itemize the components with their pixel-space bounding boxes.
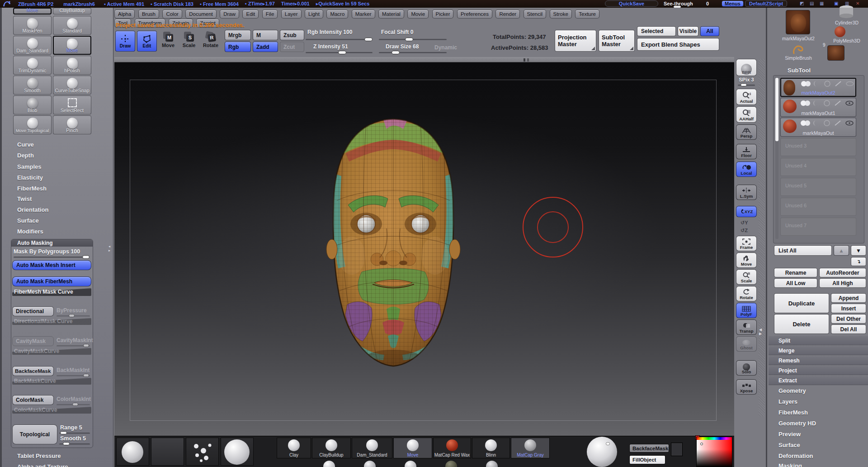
menus-button[interactable]: Menus — [722, 0, 744, 7]
rgb-button[interactable]: Rgb — [225, 42, 251, 52]
brush-cell-hpolish[interactable]: hPolish — [53, 56, 91, 75]
all-high-button[interactable]: All High — [819, 278, 866, 288]
del-other-button[interactable]: Del Other — [831, 314, 866, 324]
menu-stroke[interactable]: Stroke — [550, 10, 572, 19]
smooth-handle[interactable] — [63, 442, 70, 445]
del-all-button[interactable]: Del All — [831, 324, 866, 334]
menu-preferences[interactable]: Preferences — [457, 10, 492, 19]
list-all-button[interactable]: List All — [774, 245, 832, 256]
xyz-button[interactable]: XYZ — [736, 206, 757, 217]
quick-item-matcap-red-wax[interactable]: MatCap Red Wax — [433, 438, 471, 458]
cavity-mask-int-label[interactable]: CavityMaskInt — [57, 337, 93, 343]
brush-cell-move-top[interactable]: Move — [13, 8, 52, 14]
subtool-master-button[interactable]: SubTool Master — [599, 30, 635, 52]
brush-cell-blob[interactable]: Blob — [13, 95, 52, 114]
bpr-button[interactable]: BPR — [736, 59, 757, 76]
section-fibermesh[interactable]: FiberMesh — [778, 409, 808, 416]
menu-edit[interactable]: Edit — [242, 10, 259, 19]
current-material-sphere[interactable] — [587, 437, 617, 467]
canvas[interactable] — [114, 62, 734, 436]
actual-button[interactable]: x1Actual — [736, 89, 757, 105]
section-surface[interactable]: Surface — [778, 442, 800, 448]
brush-cell-claybuildup-top[interactable]: ClayBuildup — [53, 8, 91, 14]
brush-cell-dam-standard[interactable]: Dam_Standard — [13, 36, 52, 55]
insert-button[interactable]: Insert — [831, 304, 866, 313]
menu-layer[interactable]: Layer — [281, 10, 302, 19]
subtool-item-icons[interactable] — [799, 81, 854, 87]
zadd-button[interactable]: Zadd — [253, 42, 278, 52]
lsym-button[interactable]: L.Sym — [736, 185, 757, 200]
quick-item-matcap-gray[interactable]: MatCap Gray — [511, 438, 550, 458]
mask-by-polygroups-track[interactable] — [14, 257, 90, 258]
stroke-thumbnail[interactable] — [151, 438, 184, 466]
panel-icon[interactable]: ▤ — [810, 1, 814, 6]
rotate-z-icon[interactable]: ↺Z — [741, 228, 748, 234]
sidebar-section-samples[interactable]: Samples — [17, 163, 41, 170]
draw-mode-button[interactable]: Draw — [115, 31, 135, 52]
menu-render[interactable]: Render — [495, 10, 520, 19]
color-mask-button[interactable]: ColorMask — [12, 395, 54, 405]
projection-master-button[interactable]: Projection Master — [555, 30, 596, 52]
rail-move-button[interactable]: Move — [736, 253, 757, 268]
sidebar-section-curve[interactable]: Curve — [17, 141, 34, 148]
timeline-tick[interactable] — [527, 58, 529, 62]
spix-handle[interactable] — [741, 83, 747, 86]
menu-texture[interactable]: Texture — [575, 10, 599, 19]
mask-by-polygroups-handle[interactable] — [82, 255, 90, 259]
rotate-y-icon[interactable]: ↺Y — [741, 220, 748, 226]
subtool-item-2[interactable]: markMayaOut — [780, 118, 856, 137]
section-geometry-hd[interactable]: Geometry HD — [778, 420, 816, 427]
section-remesh[interactable]: Remesh — [769, 356, 868, 365]
all-low-button[interactable]: All Low — [774, 278, 817, 288]
right-panel-divider[interactable] — [766, 8, 767, 467]
floor-button[interactable]: Floor — [736, 144, 757, 159]
subtool-item-icons[interactable] — [799, 120, 854, 126]
brush-cell-smooth[interactable]: Smooth — [13, 76, 52, 95]
color-mask-int-label[interactable]: ColorMaskInt — [57, 396, 91, 402]
sidebar-section-tablet-pressure[interactable]: Tablet Pressure — [17, 453, 61, 459]
close-icon[interactable]: ✕ — [856, 1, 859, 6]
bypressure-label[interactable]: ByPressure — [57, 307, 87, 314]
subtool-item-1[interactable]: markMayaOut1 — [780, 98, 856, 117]
rotate-tool[interactable]: R Rotate — [201, 32, 221, 48]
quick-item-claybuildup[interactable]: ClayBuildup — [312, 438, 351, 458]
brush-cell-selectrect[interactable]: SelectRect — [53, 95, 91, 114]
zsub-button[interactable]: Zsub — [280, 30, 304, 40]
menu-light[interactable]: Light — [305, 10, 323, 19]
backface-mask-toggle[interactable]: BackfaceMask — [629, 444, 669, 453]
menu-brush[interactable]: Brush — [138, 10, 159, 19]
section-split[interactable]: Split — [769, 336, 868, 345]
z-intensity-handle[interactable] — [338, 51, 346, 54]
polymesh3d-icon[interactable] — [835, 26, 845, 37]
export-blend-shapes-button[interactable]: Export Blend Shapes — [637, 38, 719, 51]
local-button[interactable]: Local — [736, 162, 757, 177]
sidebar-section-elasticity[interactable]: Elasticity — [17, 174, 43, 181]
rail-rotate-button[interactable]: Rotate — [736, 286, 757, 301]
bypressure-handle[interactable] — [69, 314, 75, 317]
auto-mask-mesh-insert-button[interactable]: Auto Mask Mesh Insert — [12, 260, 91, 270]
rail-scroll-strip[interactable] — [759, 59, 765, 416]
cube-icon[interactable]: ◩ — [800, 1, 804, 6]
visible-button[interactable]: Visible — [678, 26, 698, 36]
brush-cell-maskpen[interactable]: MaskPen — [13, 16, 52, 35]
menu-stencil[interactable]: Stencil — [524, 10, 547, 19]
section-layers[interactable]: Layers — [778, 398, 797, 405]
sidebar-section-depth[interactable]: Depth — [17, 152, 34, 159]
sidebar-section-modifiers[interactable]: Modifiers — [17, 228, 43, 235]
see-through-slider[interactable] — [674, 6, 681, 8]
move-tool[interactable]: M Move — [159, 32, 177, 48]
auto-mask-fibermesh-button[interactable]: Auto Mask FiberMesh — [12, 276, 91, 286]
mrgb-button[interactable]: Mrgb — [225, 30, 251, 40]
all-button[interactable]: All — [700, 26, 719, 36]
sidebar-section-surface[interactable]: Surface — [17, 217, 39, 224]
polyf-button[interactable]: PolyF — [736, 303, 757, 318]
rename-button[interactable]: Rename — [774, 268, 817, 277]
quick-item-clay[interactable]: Clay — [277, 438, 311, 458]
cylinder3d-icon[interactable] — [837, 5, 855, 19]
menu-movie[interactable]: Movie — [407, 10, 429, 19]
canvas-top-strip[interactable] — [114, 57, 734, 62]
rgb-intensity-handle[interactable] — [364, 38, 373, 41]
menu-draw[interactable]: Draw — [220, 10, 239, 19]
quicksave-button[interactable]: QuickSave — [605, 0, 658, 7]
menu-picker[interactable]: Picker — [432, 10, 454, 19]
